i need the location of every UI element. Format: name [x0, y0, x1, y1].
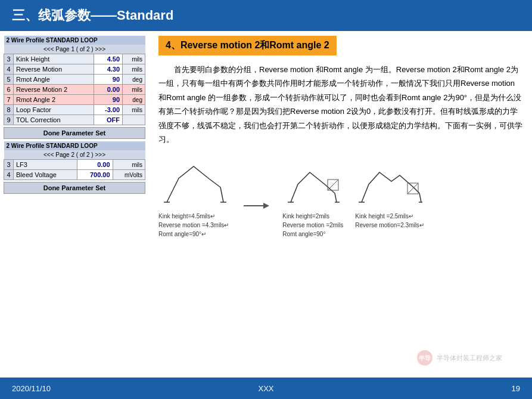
- table-row: 8 Loop Factor -3.00 mils: [4, 105, 145, 115]
- table-row: 5 Rmot Angle 90 deg: [4, 75, 145, 85]
- wire-diagram-1: [161, 154, 226, 208]
- right-panel: 4、Reverse motion 2和Romt angle 2 首先要明白参数的…: [149, 31, 532, 378]
- done-parameter-set-btn-2[interactable]: Done Parameter Set: [4, 182, 145, 194]
- watermark-text: 半导体封装工程师之家: [437, 354, 502, 363]
- diagram-label: Kink height =2.5mils↵: [355, 212, 424, 221]
- left-panel: 2 Wire Profile STANDARD LOOP <<< Page 1 …: [0, 31, 149, 378]
- diagram-label: Kink height=2mils: [282, 212, 343, 221]
- diagram-3-labels: Kink height =2.5mils↵ Reverse motion=2.3…: [355, 212, 424, 239]
- diagram-label: [355, 230, 424, 239]
- table1-header-row: 2 Wire Profile STANDARD LOOP: [4, 36, 145, 45]
- wire-diagram-2: [286, 154, 340, 208]
- table2-page-nav[interactable]: <<< Page 2 ( of 2 ) >>>: [4, 150, 145, 160]
- diagram-2-labels: Kink height=2mils Reverse motion =2mils …: [282, 212, 343, 239]
- diagrams-row: Kink height=4.5mils↵ Reverse motion =4.3…: [158, 154, 522, 239]
- watermark-icon: 半导: [416, 349, 433, 366]
- diagram-3: Kink height =2.5mils↵ Reverse motion=2.3…: [355, 154, 424, 239]
- svg-marker-3: [263, 203, 269, 209]
- diagram-label: Kink height=4.5mils↵: [158, 212, 229, 221]
- param-table-1: 2 Wire Profile STANDARD LOOP <<< Page 1 …: [4, 36, 145, 125]
- content-paragraph: 首先要明白参数的分组，Reverse motion 和Romt angle 为一…: [158, 63, 522, 146]
- done-parameter-set-btn-1[interactable]: Done Parameter Set: [4, 127, 145, 139]
- table1-page-nav[interactable]: <<< Page 1 ( of 2 ) >>>: [4, 45, 145, 54]
- param-table-2: 2 Wire Profile STANDARD LOOP <<< Page 2 …: [4, 141, 145, 180]
- table-row-highlight: 6 Reverse Motion 2 0.00 mils: [4, 85, 145, 95]
- diagram-label: Reverse motion =4.3mils↵: [158, 221, 229, 230]
- diagram-label: Romt angle=90°: [282, 230, 343, 239]
- diagram-1-labels: Kink height=4.5mils↵ Reverse motion =4.3…: [158, 212, 229, 239]
- table-row: 4 Reverse Motion 4.30 mils: [4, 64, 145, 75]
- table2-header-row: 2 Wire Profile STANDARD LOOP: [4, 141, 145, 150]
- watermark: 半导 半导体封装工程师之家: [416, 349, 502, 366]
- section-title: 4、Reverse motion 2和Romt angle 2: [158, 36, 522, 63]
- table-row: 3 Kink Height 4.50 mils: [4, 54, 145, 64]
- table-row-highlight: 7 Rmot Angle 2 90 deg: [4, 95, 145, 105]
- table-row: 4 Bleed Voltage 700.00 mVolts: [4, 170, 145, 180]
- diagram-label: Romt angle=90°↵: [158, 230, 229, 239]
- wire-diagram-3: [357, 154, 422, 208]
- svg-line-7: [328, 180, 338, 190]
- footer-center: XXX: [258, 384, 273, 393]
- table-row: 3 LF3 0.00 mils: [4, 160, 145, 170]
- arrow-icon: [241, 197, 270, 215]
- diagram-1: Kink height=4.5mils↵ Reverse motion =4.3…: [158, 154, 229, 239]
- table-row: 9 TOL Correction OFF: [4, 115, 145, 125]
- footer-page: 19: [512, 384, 520, 393]
- diagram-label: Reverse motion=2.3mils↵: [355, 221, 424, 230]
- header-title: 三、线弧参数——Standard: [12, 7, 173, 24]
- diagram-2: Kink height=2mils Reverse motion =2mils …: [282, 154, 343, 239]
- diagram-label: Reverse motion =2mils: [282, 221, 343, 230]
- svg-line-11: [407, 183, 418, 194]
- arrow-container: [241, 197, 270, 215]
- page-header: 三、线弧参数——Standard: [0, 0, 532, 31]
- page-footer: 2020/11/10 XXX 19: [0, 378, 532, 399]
- footer-date: 2020/11/10: [12, 384, 51, 393]
- svg-text:半导: 半导: [419, 355, 431, 361]
